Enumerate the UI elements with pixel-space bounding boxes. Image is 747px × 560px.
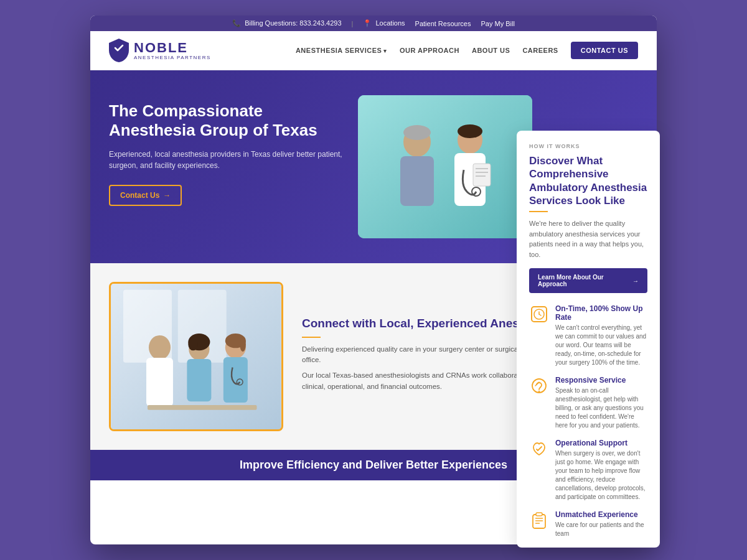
svg-point-27 (237, 379, 243, 385)
feature-unmatched-text: We care for our patients and the team (555, 521, 647, 538)
nav-anesthesia-services[interactable]: ANESTHESIA SERVICES (296, 47, 387, 54)
services-image (109, 282, 283, 431)
panel-title-divider (529, 211, 548, 212)
svg-point-33 (538, 391, 540, 392)
operational-icon (529, 439, 549, 459)
hero-contact-us-button[interactable]: Contact Us → (109, 185, 182, 206)
right-panel: HOW IT WORKS Discover What Comprehensive… (517, 131, 660, 548)
logo-name: NOBLE (134, 41, 211, 55)
logo-sub: ANESTHESIA PARTNERS (134, 55, 211, 60)
location-icon: 📍 (363, 19, 372, 27)
svg-point-19 (189, 338, 209, 360)
feature-ontime: On-Time, 100% Show Up Rate We can't cont… (529, 304, 647, 367)
panel-cta-arrow: → (632, 278, 639, 284)
feature-ontime-content: On-Time, 100% Show Up Rate We can't cont… (555, 304, 647, 367)
svg-rect-18 (146, 358, 173, 406)
svg-rect-9 (473, 164, 491, 186)
feature-operational-text: When surgery is over, we don't just go h… (555, 449, 647, 502)
panel-intro-text: We're here to deliver the quality ambula… (529, 218, 647, 259)
nav-our-approach[interactable]: OUR APPROACH (400, 47, 459, 54)
how-it-works-label: HOW IT WORKS (529, 143, 647, 149)
panel-cta-button[interactable]: Learn More About Our Approach → (529, 268, 647, 293)
unmatched-icon (529, 510, 549, 530)
feature-unmatched-content: Unmatched Experience We care for our pat… (555, 510, 647, 538)
svg-rect-34 (533, 515, 545, 528)
utility-divider: | (352, 20, 354, 27)
feature-responsive-content: Responsive Service Speak to an on-call a… (555, 376, 647, 430)
logo-shield-icon (109, 39, 129, 62)
feature-responsive-text: Speak to an on-call anesthesiologist, ge… (555, 386, 647, 430)
svg-rect-24 (223, 357, 248, 403)
svg-rect-38 (536, 513, 542, 516)
feature-operational-content: Operational Support When surgery is over… (555, 439, 647, 502)
feature-responsive-title: Responsive Service (555, 376, 647, 385)
feature-ontime-text: We can't control everything, yet we can … (555, 324, 647, 367)
nav-links: ANESTHESIA SERVICES OUR APPROACH ABOUT U… (296, 42, 638, 59)
ontime-icon (529, 304, 549, 324)
panel-title: Discover What Comprehensive Ambulatory A… (529, 154, 647, 207)
nav-careers[interactable]: CAREERS (522, 47, 558, 54)
hero-image (358, 95, 532, 238)
main-nav: NOBLE ANESTHESIA PARTNERS ANESTHESIA SER… (90, 31, 657, 70)
svg-line-32 (539, 314, 541, 315)
footer-text: Improve Efficiency and Deliver Better Ex… (240, 459, 507, 471)
logo-text: NOBLE ANESTHESIA PARTNERS (134, 41, 211, 60)
nav-contact-us-button[interactable]: CONTACT US (571, 42, 638, 59)
hero-title: The Compassionate Anesthesia Group of Te… (109, 101, 345, 140)
billing-phone: 📞 Billing Questions: 833.243.4293 (232, 19, 341, 27)
patient-resources-link[interactable]: Patient Resources (415, 20, 471, 27)
arrow-icon: → (163, 191, 171, 200)
feature-unmatched: Unmatched Experience We care for our pat… (529, 510, 647, 538)
svg-point-22 (188, 338, 198, 351)
phone-icon: 📞 (232, 19, 241, 27)
svg-point-4 (403, 125, 431, 140)
feature-responsive: Responsive Service Speak to an on-call a… (529, 376, 647, 430)
nav-about-us[interactable]: ABOUT US (472, 47, 510, 54)
feature-operational: Operational Support When surgery is over… (529, 439, 647, 502)
svg-rect-28 (148, 405, 257, 410)
services-divider (302, 337, 321, 338)
logo[interactable]: NOBLE ANESTHESIA PARTNERS (109, 39, 211, 62)
svg-rect-20 (187, 359, 211, 401)
svg-rect-1 (358, 95, 532, 238)
hero-subtitle: Experienced, local anesthesia providers … (109, 149, 345, 171)
feature-unmatched-title: Unmatched Experience (555, 510, 647, 519)
svg-rect-3 (400, 156, 434, 206)
svg-point-21 (188, 334, 210, 350)
services-image-svg (111, 284, 281, 429)
feature-ontime-title: On-Time, 100% Show Up Rate (555, 304, 647, 322)
svg-point-17 (149, 335, 171, 360)
pay-bill-link[interactable]: Pay My Bill (481, 20, 514, 27)
hero-image-svg (358, 95, 532, 238)
feature-operational-title: Operational Support (555, 439, 647, 447)
location-link[interactable]: 📍 Locations (363, 19, 405, 27)
utility-bar: 📞 Billing Questions: 833.243.4293 | 📍 Lo… (90, 16, 657, 31)
svg-rect-16 (178, 290, 227, 363)
responsive-icon (529, 376, 549, 396)
hero-content: The Compassionate Anesthesia Group of Te… (109, 95, 345, 206)
svg-point-26 (240, 337, 246, 352)
svg-point-8 (458, 124, 482, 138)
